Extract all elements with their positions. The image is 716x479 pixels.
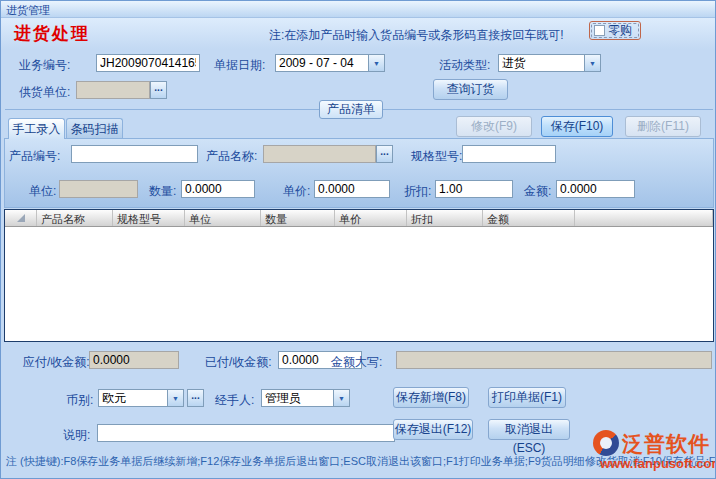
product-code-input[interactable] <box>71 145 198 163</box>
product-name-browse-button[interactable]: ... <box>376 145 393 163</box>
currency-input[interactable] <box>98 389 168 407</box>
save-exit-button[interactable]: 保存退出(F12) <box>393 419 473 440</box>
qty-label: 数量: <box>149 183 176 200</box>
grid-col-discount[interactable]: 折扣 <box>407 210 483 226</box>
doc-date-dropdown-icon[interactable]: ▼ <box>368 54 385 72</box>
window-title: 进货管理 <box>6 4 50 16</box>
activity-type-dropdown-icon[interactable]: ▼ <box>584 54 601 72</box>
handler-label: 经手人: <box>215 392 254 409</box>
query-order-button[interactable]: 查询订货 <box>433 79 508 100</box>
entry-hint-note: 注:在添加产品时输入货品编号或条形码直接按回车既可! <box>269 27 564 44</box>
save-button[interactable]: 保存(F10) <box>541 116 613 137</box>
amount-words-input <box>396 351 712 369</box>
grid-col-spec[interactable]: 规格型号 <box>113 210 185 226</box>
supplier-label: 供货单位: <box>19 84 70 101</box>
cancel-exit-button[interactable]: 取消退出(ESC) <box>488 419 570 440</box>
watermark-brand: 泛普软件 <box>622 430 710 458</box>
print-button[interactable]: 打印单据(F1) <box>488 387 566 408</box>
supplier-input <box>76 81 150 99</box>
grid-col-filler <box>575 210 713 226</box>
purchase-window: 进货管理 进货处理 注:在添加产品时输入货品编号或条形码直接按回车既可! 零购 … <box>0 0 716 479</box>
row-selector-header[interactable] <box>5 210 37 226</box>
zero-purchase-checkbox[interactable] <box>594 25 605 36</box>
payable-label: 应付/收金额: <box>23 354 90 371</box>
supplier-browse-button[interactable]: ... <box>150 81 167 99</box>
product-name-label: 产品名称: <box>206 148 257 165</box>
amount-words-label: 金额大写: <box>331 354 382 371</box>
currency-label: 币别: <box>66 392 93 409</box>
zero-purchase-checkbox-group[interactable]: 零购 <box>589 21 641 40</box>
handler-input[interactable] <box>261 389 334 407</box>
window-titlebar[interactable]: 进货管理 <box>1 1 715 18</box>
watermark-url: www.fanpusoft.com <box>600 456 716 471</box>
product-grid-body <box>5 227 713 341</box>
zero-purchase-label: 零购 <box>608 22 632 39</box>
paid-label: 已付/收金额: <box>205 354 272 371</box>
fanpu-logo-icon <box>593 430 619 456</box>
amount-label: 金额: <box>524 183 551 200</box>
business-no-input[interactable] <box>96 54 200 72</box>
spec-label: 规格型号: <box>411 148 462 165</box>
currency-dropdown-icon[interactable]: ▼ <box>167 389 184 407</box>
tab-barcode-scan[interactable]: 条码扫描 <box>66 118 123 139</box>
product-list-group-label: 产品清单 <box>319 100 383 119</box>
save-new-button[interactable]: 保存新增(F8) <box>393 387 469 408</box>
delete-button[interactable]: 删除(F11) <box>625 116 701 137</box>
tab-manual-entry[interactable]: 手工录入 <box>8 118 65 139</box>
grid-col-qty[interactable]: 数量 <box>261 210 335 226</box>
handler-dropdown-icon[interactable]: ▼ <box>333 389 350 407</box>
discount-input[interactable] <box>435 180 513 198</box>
selector-triangle-icon <box>17 214 25 222</box>
amount-input[interactable] <box>556 180 635 198</box>
price-label: 单价: <box>283 183 310 200</box>
product-grid: 产品名称 规格型号 单位 数量 单价 折扣 金额 <box>4 209 714 342</box>
description-input[interactable] <box>97 424 395 442</box>
product-grid-header: 产品名称 规格型号 单位 数量 单价 折扣 金额 <box>5 210 713 227</box>
modify-button[interactable]: 修改(F9) <box>456 116 532 137</box>
spec-input[interactable] <box>462 145 556 163</box>
qty-input[interactable] <box>181 180 255 198</box>
grid-col-unit[interactable]: 单位 <box>185 210 261 226</box>
grid-col-amount[interactable]: 金额 <box>483 210 575 226</box>
activity-type-input[interactable] <box>498 54 585 72</box>
activity-type-label: 活动类型: <box>439 57 490 74</box>
discount-label: 折扣: <box>404 183 431 200</box>
doc-date-label: 单据日期: <box>214 57 265 74</box>
payable-input <box>89 351 179 369</box>
product-name-input <box>263 145 376 163</box>
page-title: 进货处理 <box>14 22 90 45</box>
grid-col-price[interactable]: 单价 <box>335 210 407 226</box>
business-no-label: 业务编号: <box>19 57 70 74</box>
product-code-label: 产品编号: <box>9 148 60 165</box>
grid-col-product-name[interactable]: 产品名称 <box>37 210 113 226</box>
description-label: 说明: <box>63 427 90 444</box>
price-input[interactable] <box>314 180 390 198</box>
unit-input <box>59 180 138 198</box>
currency-browse-button[interactable]: ... <box>187 389 204 407</box>
unit-label: 单位: <box>29 183 56 200</box>
doc-date-input[interactable] <box>275 54 369 72</box>
